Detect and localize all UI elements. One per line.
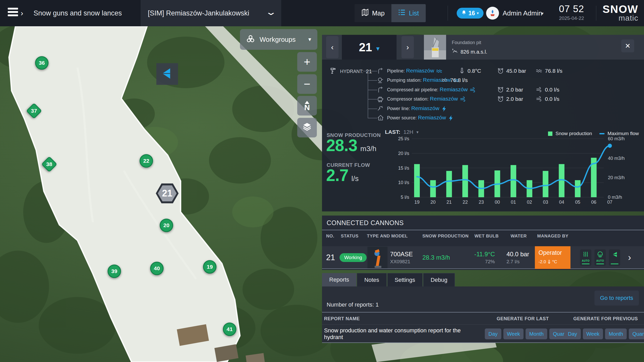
generate-last-day-button[interactable]: Day [485, 328, 501, 339]
zoom-out-button[interactable]: − [297, 74, 317, 94]
model-name: 700ASE [390, 251, 413, 258]
tab-notes[interactable]: Notes [357, 273, 387, 286]
plug-icon [377, 105, 384, 112]
pump-icon [377, 77, 384, 84]
column-header: NO. [326, 234, 334, 239]
hydrant-number-dropdown[interactable]: 21 ▾ [342, 35, 397, 60]
column-header: WET BULB [474, 234, 499, 239]
map-marker-20[interactable]: 20 [160, 219, 173, 232]
notifications-button[interactable]: 16 ▾ [457, 8, 484, 19]
connected-cannons-section: CONNECTED CANNONS NO.STATUSTYPE AND MODE… [322, 216, 644, 270]
generate-last-week-button[interactable]: Week [503, 328, 524, 339]
user-menu[interactable]: Admin Admin [503, 0, 542, 26]
thermometer-icon [459, 68, 465, 74]
legend-label-snow-production: Snow production [556, 131, 592, 136]
waves-icon [436, 68, 442, 73]
top-bar: › Snow guns and snow lances [SIM] Remias… [0, 0, 644, 26]
connection-link[interactable]: Remiaszów [430, 96, 458, 102]
connection-row: Pipeline: Remiaszów0.8°C45.0 bar76.8 l/s [322, 67, 644, 75]
managed-temp-unit: °C [552, 259, 557, 265]
connection-link[interactable]: Remiaszów [406, 68, 434, 73]
zoom-in-button[interactable]: + [297, 52, 317, 72]
connection-link[interactable]: Remiaszów [418, 114, 446, 120]
menu-button[interactable]: › [8, 8, 28, 19]
waves-icon [536, 68, 542, 74]
snow-production-unit: m3/h [360, 145, 376, 153]
map-marker-39[interactable]: 39 [108, 265, 121, 278]
tab-debug[interactable]: Debug [423, 273, 455, 286]
column-header: STATUS [341, 234, 358, 239]
connection-row: Compressed air pipeline: Remiaszów2.0 ba… [322, 86, 644, 94]
svg-text:10 l/s: 10 l/s [398, 180, 409, 185]
generate-last-month-button[interactable]: Month [526, 328, 547, 339]
resort-selector[interactable]: [SIM] Remiaszów-Jankulakowski ⌄ [141, 0, 281, 26]
svg-text:20 m3/h: 20 m3/h [608, 175, 625, 180]
connection-row: Pumping station: Remiaszów76.8 l/s [322, 76, 644, 84]
svg-text:0 m3/h: 0 m3/h [608, 195, 622, 200]
go-to-reports-button[interactable]: Go to reports [594, 291, 639, 306]
svg-text:25 l/s: 25 l/s [398, 136, 409, 141]
cannon-table-row[interactable]: 21 Working 700ASE XX09821 28.3 m3/h -11.… [322, 246, 644, 269]
generate-previous-month-button[interactable]: Month [605, 328, 627, 339]
tab-reports[interactable]: Reports [322, 273, 356, 286]
svg-text:5 l/s: 5 l/s [401, 195, 409, 200]
column-header: TYPE AND MODEL [367, 234, 408, 239]
logo-text-matic: matic [602, 14, 638, 22]
managed-temp: -2.0 [538, 259, 546, 265]
compass-button[interactable]: N [297, 96, 317, 116]
generate-previous-week-button[interactable]: Week [583, 328, 603, 339]
column-header: MANAGED BY [537, 234, 568, 239]
light-mode-button[interactable]: AUTO [594, 249, 606, 266]
location-type-label: Foundation pit [452, 40, 481, 45]
svg-text:21: 21 [447, 200, 452, 205]
clock-date: 2025-04-22 [555, 15, 588, 21]
reports-tab-content: Number of reports: 1 Go to reports REPOR… [322, 286, 644, 343]
heating-mode-button[interactable]: AUTO [580, 249, 591, 266]
column-header: SNOW PRODUCTION [422, 234, 469, 239]
map-view-button[interactable]: Map [355, 4, 391, 22]
view-toggle: Map List [355, 4, 426, 22]
map-marker-19[interactable]: 19 [203, 260, 216, 274]
connection-metric: 0.8°C [459, 68, 481, 74]
connection-link[interactable]: Remiaszów [411, 105, 439, 111]
map-marker-40[interactable]: 40 [150, 262, 164, 275]
water-cell: 40.0 bar 2.7 l/s [506, 246, 529, 269]
layers-button[interactable] [297, 118, 317, 137]
generate-previous-quarter-button[interactable]: Quarter [629, 328, 644, 339]
managed-by-value: Operator [538, 249, 570, 256]
list-view-button[interactable]: List [391, 4, 426, 22]
prev-hydrant-button[interactable]: ‹ [326, 36, 339, 58]
workgroups-dropdown[interactable]: Workgroups ▾ [240, 29, 317, 50]
current-flow-stat: 2.7 l/s [326, 166, 359, 185]
close-icon[interactable]: ✕ [621, 39, 634, 52]
chart-legend: Snow production Maximum flow [548, 131, 639, 136]
generate-previous-day-button[interactable]: Day [564, 328, 581, 339]
tab-settings[interactable]: Settings [387, 273, 423, 286]
cannon-direction-button[interactable] [156, 63, 178, 85]
legend-label-maximum-flow: Maximum flow [608, 131, 639, 136]
current-flow-unit: l/s [351, 175, 359, 183]
chevron-down-icon: ▾ [477, 11, 479, 15]
connection-metric: 2.0 bar [497, 96, 523, 102]
cannon-model: 700ASE XX09821 [390, 246, 413, 269]
row-expand-icon[interactable]: › [628, 246, 631, 269]
map-marker-22[interactable]: 22 [140, 154, 153, 168]
oscillation-mode-button[interactable] [609, 249, 620, 266]
avatar[interactable] [486, 7, 499, 20]
chevron-down-icon: ▾ [541, 11, 544, 16]
chevron-down-icon: ▾ [376, 45, 380, 53]
connection-link[interactable]: Remiaszów [440, 86, 468, 92]
chevron-down-icon: ⌄ [265, 7, 277, 17]
map-marker-36[interactable]: 36 [35, 56, 49, 70]
serial-number: XX09821 [390, 259, 413, 265]
map-marker-41[interactable]: 41 [223, 323, 236, 336]
hydrant-panel-header: ‹ 21 ▾ › Foundation pit 826 m.a.s.l. ✕ [322, 35, 644, 60]
hydrant-photo[interactable] [424, 35, 446, 60]
power-house-icon [377, 114, 384, 121]
connection-label: Power line: Remiaszów [387, 105, 448, 112]
next-hydrant-button[interactable]: › [401, 36, 414, 58]
managed-by-cell[interactable]: Operator -2.0 °C [535, 246, 570, 269]
svg-text:05: 05 [575, 200, 580, 205]
svg-text:03: 03 [543, 200, 548, 205]
report-name: Snow production and water consumption re… [324, 325, 479, 343]
